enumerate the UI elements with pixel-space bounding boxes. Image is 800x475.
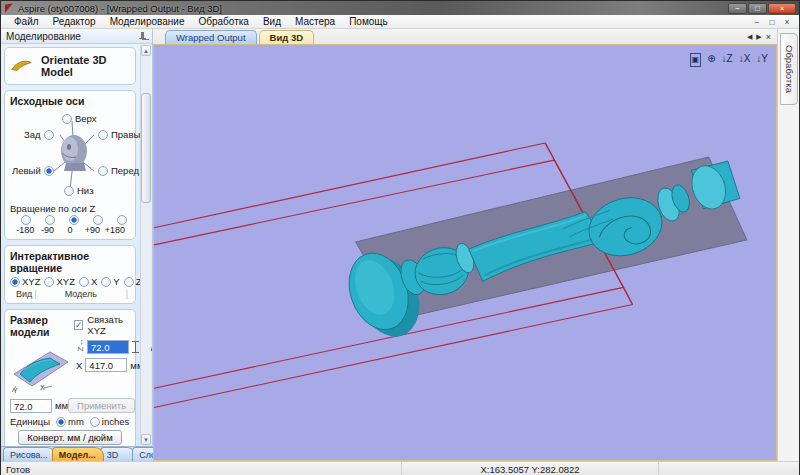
rotate-model-z-option[interactable]: Z xyxy=(124,276,142,287)
menu-view[interactable]: Вид xyxy=(256,16,288,27)
menu-toolpaths[interactable]: Обработка xyxy=(191,16,255,27)
menu-gadgets[interactable]: Мастера xyxy=(288,16,342,27)
view-down-y-icon[interactable]: ↓Y xyxy=(756,53,768,67)
rotation-value-label: -180 xyxy=(14,225,36,235)
scene-3d xyxy=(154,45,776,460)
status-ready: Готов xyxy=(6,464,30,475)
source-axes-card: Исходные оси xyxy=(4,90,136,240)
panel-tab-strip: Рисова... Модел... 3D кол... Слои xyxy=(1,446,152,461)
rotation-plus180-radio[interactable] xyxy=(117,215,127,225)
zoom-fit-icon[interactable]: ▣ xyxy=(690,53,702,67)
menu-help[interactable]: Помощь xyxy=(342,16,395,27)
rotation-0-radio[interactable] xyxy=(69,215,79,225)
svg-text:Y: Y xyxy=(13,387,18,394)
size-title: Размер модели xyxy=(10,314,74,338)
scroll-up-icon[interactable]: ▲ xyxy=(141,45,151,56)
right-panel-strip: Обработка xyxy=(777,29,799,461)
x-axis-label: X xyxy=(76,360,82,371)
mdi-restore-icon[interactable]: □ xyxy=(766,17,778,27)
view-down-x-icon[interactable]: ↓X xyxy=(739,53,751,67)
viewport-3d[interactable]: ▣ ⊕ ↓Z ↓X ↓Y xyxy=(153,44,777,461)
axis-option-back[interactable]: Зад xyxy=(24,129,54,140)
svg-text:X: X xyxy=(40,384,45,391)
isometric-view-icon[interactable]: ⊕ xyxy=(707,53,715,67)
model-size-card: Размер модели ✓ Связать XYZ Y X xyxy=(4,309,136,446)
axis-option-right[interactable]: Правый xyxy=(98,129,146,140)
orientate-card: Orientate 3D Model xyxy=(4,47,136,85)
head-model-thumbnail xyxy=(61,135,87,171)
units-mm-option[interactable]: mm xyxy=(56,416,84,427)
units-label: Единицы xyxy=(10,416,50,427)
menu-editor[interactable]: Редактор xyxy=(46,16,103,27)
status-coordinates: X:163.5057 Y:282.0822 xyxy=(401,462,659,475)
view-toolbar: ▣ ⊕ ↓Z ↓X ↓Y xyxy=(690,53,768,67)
height-ibeam-icon xyxy=(132,341,139,353)
window-title: Aspire (oty007008) - [Wrapped Output - В… xyxy=(18,3,728,14)
panel-scrollbar[interactable]: ▲ ▼ xyxy=(140,45,151,445)
document-area: Wrapped Output Вид 3D ◀ ▶ × xyxy=(153,29,777,461)
mdi-close-icon[interactable]: × xyxy=(781,17,793,27)
axis-option-top[interactable]: Верх xyxy=(62,113,97,124)
axes-title: Исходные оси xyxy=(10,95,130,107)
axes-diagram: Верх Зад Правый Левый Перед Низ xyxy=(10,109,130,201)
rotation-z-label: Вращение по оси Z xyxy=(10,203,130,214)
tab-toolpaths[interactable]: Обработка xyxy=(780,33,798,105)
view-down-z-icon[interactable]: ↓Z xyxy=(722,53,733,67)
view-tab-strip: Wrapped Output Вид 3D ◀ ▶ × xyxy=(153,29,777,44)
rotation-minus90-radio[interactable] xyxy=(45,215,55,225)
size-z-input[interactable]: 72.0 xyxy=(87,340,129,354)
scroll-down-icon[interactable]: ▼ xyxy=(141,434,151,445)
minimize-button[interactable]: − xyxy=(728,3,747,14)
tab-close-icon[interactable]: × xyxy=(766,32,771,42)
rotation-minus180-radio[interactable] xyxy=(21,215,31,225)
link-xyz-checkbox[interactable]: ✓ Связать XYZ xyxy=(74,314,130,336)
menu-file[interactable]: Файл xyxy=(7,16,46,27)
convert-mm-inch-button[interactable]: Конверт. мм / дюйм xyxy=(18,430,121,445)
pin-icon[interactable] xyxy=(138,32,147,41)
rotation-value-label: +180 xyxy=(104,225,126,235)
panel-title: Моделирование xyxy=(6,31,138,42)
menu-modeling[interactable]: Моделирование xyxy=(103,16,192,27)
menu-bar: Файл Редактор Моделирование Обработка Ви… xyxy=(1,15,799,29)
status-bar: Готов X:163.5057 Y:282.0822 xyxy=(1,461,799,475)
checkbox-check-icon: ✓ xyxy=(74,320,84,330)
group-model-label: Модель xyxy=(65,289,97,299)
z-axis-indicator: Z↔ xyxy=(76,343,85,351)
maximize-button[interactable]: □ xyxy=(748,3,767,14)
interactive-title: Интерактивное вращение xyxy=(10,250,130,274)
group-view-label: Вид xyxy=(16,289,32,299)
rotation-value-label: 0 xyxy=(59,225,81,235)
mdi-minimize-icon[interactable]: − xyxy=(751,17,763,27)
orientate-title: Orientate 3D Model xyxy=(41,54,130,78)
orientate-icon xyxy=(10,58,33,74)
modeling-panel: Моделирование Orientate 3D Model Исходны… xyxy=(1,29,153,461)
rotation-value-label: -90 xyxy=(36,225,58,235)
size-thumbnail: Y X xyxy=(10,340,72,396)
rotation-plus90-radio[interactable] xyxy=(93,215,103,225)
size-x-input[interactable]: 417.0 xyxy=(85,358,127,372)
tab-prev-icon[interactable]: ◀ xyxy=(747,33,752,41)
tab-drawing[interactable]: Рисова... xyxy=(3,447,56,461)
close-button[interactable]: × xyxy=(768,3,796,14)
tab-3d-view[interactable]: Вид 3D xyxy=(259,30,315,44)
apply-button[interactable]: Применить xyxy=(68,398,135,413)
title-bar: Aspire (oty007008) - [Wrapped Output - В… xyxy=(1,1,799,15)
tab-modeling[interactable]: Модел... xyxy=(52,447,104,461)
y-unit-label: мм xyxy=(55,400,68,411)
rotate-model-y-option[interactable]: Y xyxy=(101,276,119,287)
rotate-view-xyz-option[interactable]: XYZ xyxy=(10,276,40,287)
app-window: Aspire (oty007008) - [Wrapped Output - В… xyxy=(0,0,800,475)
rotate-model-x-option[interactable]: X xyxy=(79,276,97,287)
rotation-value-label: +90 xyxy=(81,225,103,235)
scrollbar-thumb[interactable] xyxy=(141,93,151,203)
axis-option-left[interactable]: Левый xyxy=(12,165,54,176)
tab-next-icon[interactable]: ▶ xyxy=(756,33,761,41)
tab-3d-clipart[interactable]: 3D кол... xyxy=(100,447,137,461)
rotate-model-xyz-option[interactable]: XYZ xyxy=(44,276,74,287)
interactive-rotation-card: Интерактивное вращение XYZ XYZ X Y Z Вид… xyxy=(4,245,136,304)
units-inches-option[interactable]: inches xyxy=(90,416,129,427)
axis-option-bottom[interactable]: Низ xyxy=(64,185,94,196)
axis-option-front[interactable]: Перед xyxy=(98,165,139,176)
size-y-input[interactable]: 72.0 xyxy=(10,399,52,413)
tab-wrapped-output[interactable]: Wrapped Output xyxy=(165,30,257,44)
